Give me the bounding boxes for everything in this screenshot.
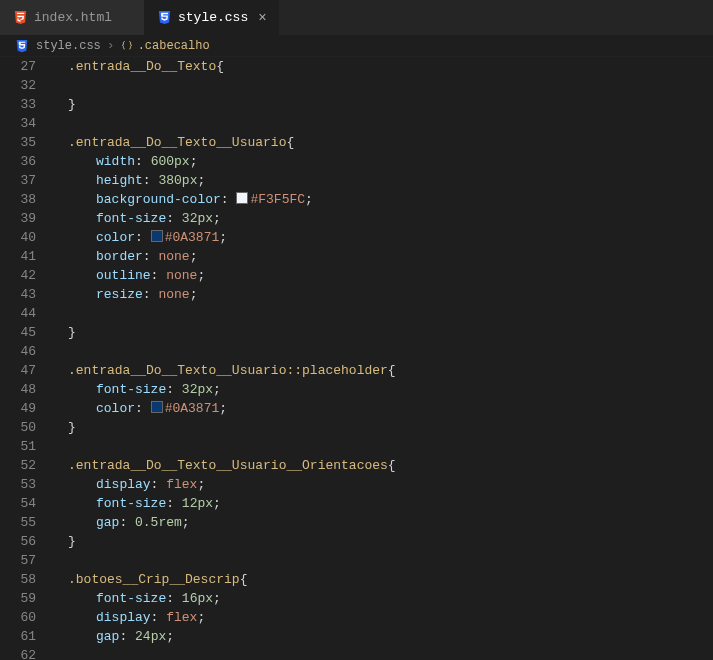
line-number: 52: [0, 456, 36, 475]
line-number: 51: [0, 437, 36, 456]
code-line: color: #0A3871;: [54, 399, 713, 418]
breadcrumb-file[interactable]: style.css: [36, 39, 101, 53]
line-number: 44: [0, 304, 36, 323]
line-number: 35: [0, 133, 36, 152]
code-line: [54, 76, 713, 95]
code-line: .entrada__Do__Texto__Usuario__Orientacoe…: [54, 456, 713, 475]
code-line: gap: 0.5rem;: [54, 513, 713, 532]
code-line: display: flex;: [54, 608, 713, 627]
line-number: 59: [0, 589, 36, 608]
tab-label: index.html: [34, 10, 112, 25]
code-line: background-color: #F3F5FC;: [54, 190, 713, 209]
line-number: 60: [0, 608, 36, 627]
breadcrumb-symbol[interactable]: .cabecalho: [121, 39, 210, 53]
code-line: [54, 551, 713, 570]
code-content[interactable]: .entrada__Do__Texto{ } .entrada__Do__Tex…: [50, 57, 713, 660]
css3-icon: [14, 38, 30, 54]
code-line: }: [54, 323, 713, 342]
line-number: 47: [0, 361, 36, 380]
line-number: 62: [0, 646, 36, 660]
line-number: 32: [0, 76, 36, 95]
code-line: }: [54, 532, 713, 551]
line-number: 40: [0, 228, 36, 247]
line-number: 56: [0, 532, 36, 551]
line-number: 49: [0, 399, 36, 418]
code-line: [54, 342, 713, 361]
code-line: }: [54, 95, 713, 114]
code-line: width: 600px;: [54, 152, 713, 171]
line-number: 61: [0, 627, 36, 646]
code-line: gap: 24px;: [54, 627, 713, 646]
code-line: font-size: 16px;: [54, 589, 713, 608]
line-number: 36: [0, 152, 36, 171]
code-line: resize: none;: [54, 285, 713, 304]
color-swatch[interactable]: [236, 192, 248, 204]
line-number: 41: [0, 247, 36, 266]
braces-icon: [121, 39, 134, 52]
line-number: 39: [0, 209, 36, 228]
code-line: [54, 114, 713, 133]
code-line: height: 380px;: [54, 171, 713, 190]
line-number: 48: [0, 380, 36, 399]
line-number-gutter: 27 32 33 34 35 36 37 38 39 40 41 42 43 4…: [0, 57, 50, 660]
line-number: 42: [0, 266, 36, 285]
code-line: .entrada__Do__Texto__Usuario{: [54, 133, 713, 152]
color-swatch[interactable]: [151, 401, 163, 413]
line-number: 58: [0, 570, 36, 589]
line-number: 46: [0, 342, 36, 361]
line-number: 37: [0, 171, 36, 190]
line-number: 34: [0, 114, 36, 133]
code-line: display: flex;: [54, 475, 713, 494]
line-number: 45: [0, 323, 36, 342]
color-swatch[interactable]: [151, 230, 163, 242]
line-number: 33: [0, 95, 36, 114]
code-line: border: none;: [54, 247, 713, 266]
line-number: 53: [0, 475, 36, 494]
code-editor[interactable]: 27 32 33 34 35 36 37 38 39 40 41 42 43 4…: [0, 57, 713, 660]
code-line: .entrada__Do__Texto{: [54, 57, 713, 76]
tab-index-html[interactable]: index.html: [0, 0, 144, 35]
line-number: 38: [0, 190, 36, 209]
line-number: 57: [0, 551, 36, 570]
code-line: color: #0A3871;: [54, 228, 713, 247]
line-number: 54: [0, 494, 36, 513]
code-line: }: [54, 418, 713, 437]
code-line: [54, 304, 713, 323]
html5-icon: [12, 10, 28, 26]
tab-label: style.css: [178, 10, 248, 25]
line-number: 50: [0, 418, 36, 437]
line-number: 27: [0, 57, 36, 76]
tab-bar: index.html style.css ×: [0, 0, 713, 35]
code-line: font-size: 32px;: [54, 209, 713, 228]
code-line: .entrada__Do__Texto__Usuario::placeholde…: [54, 361, 713, 380]
chevron-right-icon: ›: [107, 38, 115, 53]
code-line: [54, 437, 713, 456]
css3-icon: [156, 10, 172, 26]
code-line: font-size: 32px;: [54, 380, 713, 399]
close-icon[interactable]: ×: [258, 10, 266, 26]
line-number: 43: [0, 285, 36, 304]
line-number: 55: [0, 513, 36, 532]
breadcrumb: style.css › .cabecalho: [0, 35, 713, 57]
code-line: font-size: 12px;: [54, 494, 713, 513]
tab-style-css[interactable]: style.css ×: [144, 0, 279, 35]
code-line: outline: none;: [54, 266, 713, 285]
code-line: [54, 646, 713, 660]
code-line: .botoes__Crip__Descrip{: [54, 570, 713, 589]
